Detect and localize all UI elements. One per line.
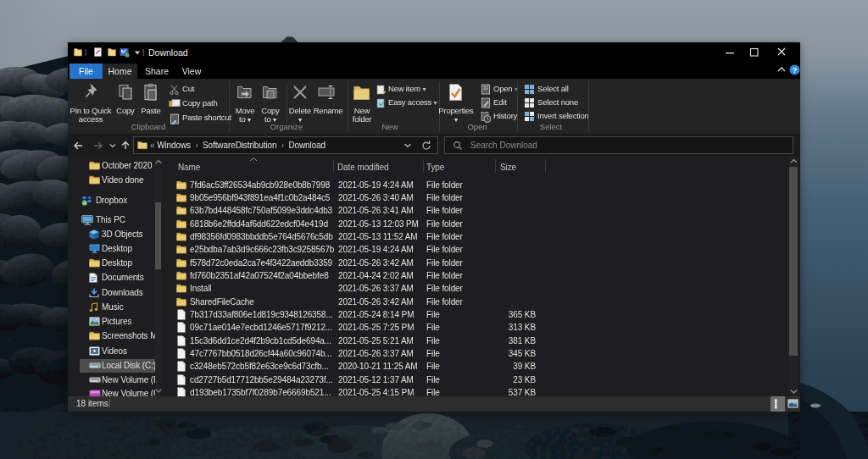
svg-text:?: ? — [793, 66, 798, 75]
